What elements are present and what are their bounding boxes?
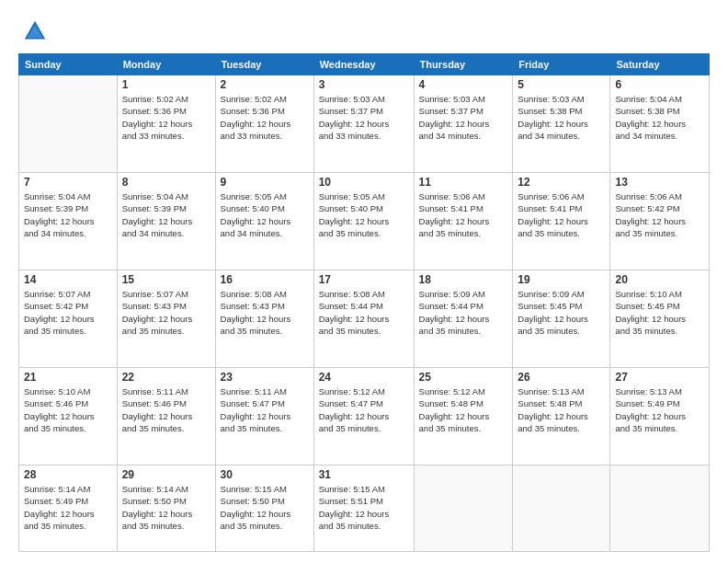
day-info: Sunrise: 5:07 AM Sunset: 5:43 PM Dayligh… — [122, 288, 210, 337]
day-number: 31 — [319, 468, 409, 481]
calendar-cell: 30Sunrise: 5:15 AM Sunset: 5:50 PM Dayli… — [215, 465, 313, 552]
calendar-cell: 12Sunrise: 5:06 AM Sunset: 5:41 PM Dayli… — [513, 173, 610, 270]
calendar-cell: 28Sunrise: 5:14 AM Sunset: 5:49 PM Dayli… — [19, 465, 118, 552]
day-info: Sunrise: 5:03 AM Sunset: 5:37 PM Dayligh… — [419, 93, 508, 142]
day-number: 3 — [319, 78, 409, 91]
calendar-cell: 4Sunrise: 5:03 AM Sunset: 5:37 PM Daylig… — [414, 75, 513, 173]
header-sunday: Sunday — [19, 54, 118, 75]
calendar-week-4: 28Sunrise: 5:14 AM Sunset: 5:49 PM Dayli… — [19, 465, 710, 552]
day-info: Sunrise: 5:04 AM Sunset: 5:39 PM Dayligh… — [122, 190, 210, 239]
header-wednesday: Wednesday — [313, 54, 414, 75]
day-info: Sunrise: 5:10 AM Sunset: 5:46 PM Dayligh… — [24, 385, 112, 434]
calendar-cell: 16Sunrise: 5:08 AM Sunset: 5:43 PM Dayli… — [215, 270, 313, 368]
calendar-cell: 23Sunrise: 5:11 AM Sunset: 5:47 PM Dayli… — [215, 368, 313, 465]
calendar-cell: 15Sunrise: 5:07 AM Sunset: 5:43 PM Dayli… — [117, 270, 215, 368]
day-info: Sunrise: 5:11 AM Sunset: 5:46 PM Dayligh… — [122, 385, 210, 434]
calendar-cell — [610, 465, 710, 552]
day-info: Sunrise: 5:04 AM Sunset: 5:38 PM Dayligh… — [615, 93, 704, 142]
calendar-cell: 1Sunrise: 5:02 AM Sunset: 5:36 PM Daylig… — [117, 75, 215, 173]
day-number: 30 — [221, 468, 309, 481]
day-info: Sunrise: 5:07 AM Sunset: 5:42 PM Dayligh… — [24, 288, 112, 337]
day-number: 17 — [319, 273, 409, 286]
calendar-cell: 27Sunrise: 5:13 AM Sunset: 5:49 PM Dayli… — [610, 368, 710, 465]
day-number: 5 — [518, 78, 605, 91]
day-number: 2 — [221, 78, 309, 91]
calendar-cell: 19Sunrise: 5:09 AM Sunset: 5:45 PM Dayli… — [513, 270, 610, 368]
header-monday: Monday — [117, 54, 215, 75]
day-info: Sunrise: 5:13 AM Sunset: 5:49 PM Dayligh… — [615, 385, 704, 434]
logo — [18, 18, 48, 44]
calendar-cell — [414, 465, 513, 552]
calendar-cell: 8Sunrise: 5:04 AM Sunset: 5:39 PM Daylig… — [117, 173, 215, 270]
calendar-week-1: 7Sunrise: 5:04 AM Sunset: 5:39 PM Daylig… — [19, 173, 710, 270]
day-info: Sunrise: 5:06 AM Sunset: 5:41 PM Dayligh… — [419, 190, 508, 239]
calendar-cell: 7Sunrise: 5:04 AM Sunset: 5:39 PM Daylig… — [19, 173, 118, 270]
day-number: 12 — [518, 176, 605, 189]
calendar-cell: 24Sunrise: 5:12 AM Sunset: 5:47 PM Dayli… — [313, 368, 414, 465]
calendar-cell: 18Sunrise: 5:09 AM Sunset: 5:44 PM Dayli… — [414, 270, 513, 368]
day-number: 21 — [24, 371, 112, 384]
day-number: 1 — [122, 78, 210, 91]
day-number: 26 — [518, 371, 605, 384]
calendar-week-2: 14Sunrise: 5:07 AM Sunset: 5:42 PM Dayli… — [19, 270, 710, 368]
header-tuesday: Tuesday — [215, 54, 313, 75]
calendar-cell: 22Sunrise: 5:11 AM Sunset: 5:46 PM Dayli… — [117, 368, 215, 465]
day-info: Sunrise: 5:12 AM Sunset: 5:48 PM Dayligh… — [419, 385, 508, 434]
calendar-cell: 25Sunrise: 5:12 AM Sunset: 5:48 PM Dayli… — [414, 368, 513, 465]
day-number: 24 — [319, 371, 409, 384]
day-info: Sunrise: 5:12 AM Sunset: 5:47 PM Dayligh… — [319, 385, 409, 434]
logo-icon — [22, 18, 48, 44]
calendar-cell — [513, 465, 610, 552]
header-friday: Friday — [513, 54, 610, 75]
day-info: Sunrise: 5:03 AM Sunset: 5:37 PM Dayligh… — [319, 93, 409, 142]
day-number: 27 — [615, 371, 704, 384]
day-number: 25 — [419, 371, 508, 384]
day-number: 14 — [24, 273, 112, 286]
calendar-cell: 9Sunrise: 5:05 AM Sunset: 5:40 PM Daylig… — [215, 173, 313, 270]
day-info: Sunrise: 5:06 AM Sunset: 5:42 PM Dayligh… — [615, 190, 704, 239]
day-info: Sunrise: 5:09 AM Sunset: 5:44 PM Dayligh… — [419, 288, 508, 337]
header — [18, 15, 710, 44]
day-info: Sunrise: 5:04 AM Sunset: 5:39 PM Dayligh… — [24, 190, 112, 239]
day-info: Sunrise: 5:08 AM Sunset: 5:43 PM Dayligh… — [221, 288, 309, 337]
calendar-cell: 20Sunrise: 5:10 AM Sunset: 5:45 PM Dayli… — [610, 270, 710, 368]
day-number: 22 — [122, 371, 210, 384]
day-number: 13 — [615, 176, 704, 189]
day-number: 29 — [122, 468, 210, 481]
day-number: 8 — [122, 176, 210, 189]
calendar-cell: 14Sunrise: 5:07 AM Sunset: 5:42 PM Dayli… — [19, 270, 118, 368]
calendar-cell: 11Sunrise: 5:06 AM Sunset: 5:41 PM Dayli… — [414, 173, 513, 270]
calendar-cell: 26Sunrise: 5:13 AM Sunset: 5:48 PM Dayli… — [513, 368, 610, 465]
day-info: Sunrise: 5:06 AM Sunset: 5:41 PM Dayligh… — [518, 190, 605, 239]
day-number: 9 — [221, 176, 309, 189]
day-number: 4 — [419, 78, 508, 91]
day-number: 15 — [122, 273, 210, 286]
calendar-cell: 5Sunrise: 5:03 AM Sunset: 5:38 PM Daylig… — [513, 75, 610, 173]
day-number: 23 — [221, 371, 309, 384]
calendar-cell: 21Sunrise: 5:10 AM Sunset: 5:46 PM Dayli… — [19, 368, 118, 465]
header-thursday: Thursday — [414, 54, 513, 75]
calendar-cell: 31Sunrise: 5:15 AM Sunset: 5:51 PM Dayli… — [313, 465, 414, 552]
day-info: Sunrise: 5:11 AM Sunset: 5:47 PM Dayligh… — [221, 385, 309, 434]
calendar-cell: 29Sunrise: 5:14 AM Sunset: 5:50 PM Dayli… — [117, 465, 215, 552]
calendar-cell: 6Sunrise: 5:04 AM Sunset: 5:38 PM Daylig… — [610, 75, 710, 173]
page: SundayMondayTuesdayWednesdayThursdayFrid… — [0, 0, 728, 563]
day-info: Sunrise: 5:05 AM Sunset: 5:40 PM Dayligh… — [319, 190, 409, 239]
calendar-cell: 17Sunrise: 5:08 AM Sunset: 5:44 PM Dayli… — [313, 270, 414, 368]
day-info: Sunrise: 5:15 AM Sunset: 5:50 PM Dayligh… — [221, 483, 309, 532]
calendar-header-row: SundayMondayTuesdayWednesdayThursdayFrid… — [19, 54, 710, 75]
day-info: Sunrise: 5:05 AM Sunset: 5:40 PM Dayligh… — [221, 190, 309, 239]
calendar-cell — [19, 75, 118, 173]
calendar-week-0: 1Sunrise: 5:02 AM Sunset: 5:36 PM Daylig… — [19, 75, 710, 173]
day-number: 18 — [419, 273, 508, 286]
calendar-cell: 10Sunrise: 5:05 AM Sunset: 5:40 PM Dayli… — [313, 173, 414, 270]
day-number: 6 — [615, 78, 704, 91]
day-number: 10 — [319, 176, 409, 189]
day-info: Sunrise: 5:14 AM Sunset: 5:50 PM Dayligh… — [122, 483, 210, 532]
day-info: Sunrise: 5:08 AM Sunset: 5:44 PM Dayligh… — [319, 288, 409, 337]
day-info: Sunrise: 5:09 AM Sunset: 5:45 PM Dayligh… — [518, 288, 605, 337]
day-info: Sunrise: 5:02 AM Sunset: 5:36 PM Dayligh… — [122, 93, 210, 142]
day-number: 20 — [615, 273, 704, 286]
calendar-cell: 3Sunrise: 5:03 AM Sunset: 5:37 PM Daylig… — [313, 75, 414, 173]
day-info: Sunrise: 5:14 AM Sunset: 5:49 PM Dayligh… — [24, 483, 112, 532]
